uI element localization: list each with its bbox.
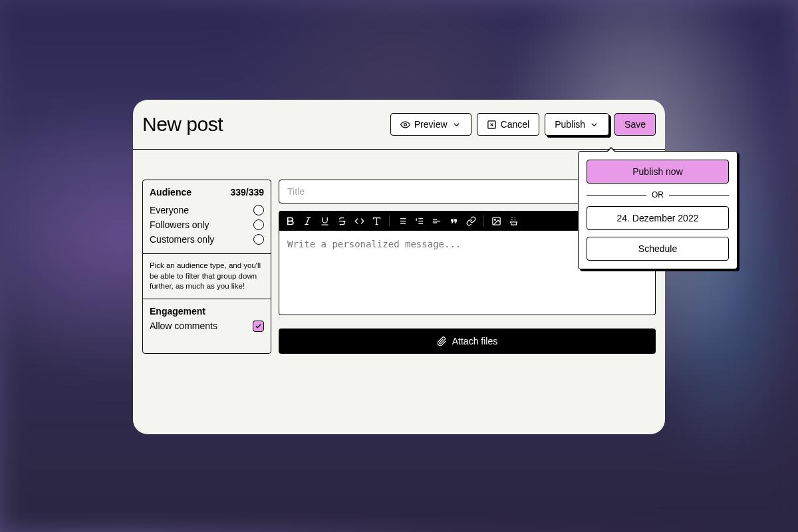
chevron-down-icon [452, 120, 462, 130]
publish-button[interactable]: Publish [545, 113, 609, 136]
option-label: Customers only [150, 234, 214, 245]
engagement-title: Engagement [150, 306, 264, 317]
header: New post Preview Cancel Publish Save [133, 100, 665, 150]
dropdown-or-divider: OR [587, 190, 729, 200]
publish-dropdown: Publish now OR 24. Dezember 2022 Schedul… [578, 151, 737, 269]
code-icon[interactable] [354, 216, 364, 226]
radio-icon [253, 219, 264, 230]
attach-label: Attach files [452, 336, 497, 346]
allow-comments-row[interactable]: Allow comments [150, 317, 264, 332]
x-square-icon [487, 120, 497, 130]
schedule-button[interactable]: Schedule [587, 237, 729, 261]
save-label: Save [624, 119, 646, 130]
italic-icon[interactable] [303, 216, 313, 226]
attach-files-button[interactable]: Attach files [279, 329, 656, 354]
allow-comments-label: Allow comments [150, 321, 217, 331]
preview-label: Preview [414, 119, 448, 130]
save-button[interactable]: Save [614, 113, 656, 136]
strikethrough-icon[interactable] [337, 216, 347, 226]
or-label: OR [652, 190, 664, 200]
sidebar: Audience 339/339 Everyone Followers only… [142, 180, 271, 354]
underline-icon[interactable] [320, 216, 330, 226]
page-title: New post [142, 113, 223, 136]
audience-count: 339/339 [230, 187, 264, 198]
audience-section: Audience 339/339 Everyone Followers only… [143, 180, 271, 254]
header-actions: Preview Cancel Publish Save [390, 113, 656, 136]
publish-label: Publish [555, 119, 585, 130]
svg-point-0 [404, 123, 406, 126]
publish-now-button[interactable]: Publish now [587, 160, 729, 184]
numbered-list-icon[interactable] [414, 216, 424, 226]
cancel-button[interactable]: Cancel [477, 113, 540, 136]
chevron-down-icon [589, 120, 599, 130]
radio-icon [253, 205, 264, 215]
hint-section: Pick an audience type, and you'll be abl… [143, 254, 271, 299]
svg-point-24 [494, 219, 495, 220]
toolbar-divider [483, 215, 484, 226]
toolbar-divider [389, 215, 390, 226]
audience-option-followers[interactable]: Followers only [150, 217, 264, 232]
audience-hint: Pick an audience type, and you'll be abl… [150, 261, 264, 292]
option-label: Followers only [150, 219, 209, 230]
engagement-section: Engagement Allow comments [143, 299, 271, 338]
hr-icon[interactable] [432, 216, 442, 226]
cancel-label: Cancel [501, 119, 530, 130]
bold-icon[interactable] [285, 216, 295, 226]
schedule-date-field[interactable]: 24. Dezember 2022 [587, 206, 729, 230]
svg-line-6 [307, 217, 309, 224]
audience-title: Audience [150, 187, 192, 198]
paperclip-icon [437, 336, 447, 346]
checkbox-checked-icon [253, 321, 264, 332]
image-icon[interactable] [491, 216, 501, 226]
quote-icon[interactable] [449, 216, 459, 226]
magic-icon[interactable] [509, 216, 519, 226]
bullet-list-icon[interactable] [397, 216, 407, 226]
eye-icon [400, 120, 410, 130]
preview-button[interactable]: Preview [390, 113, 471, 136]
audience-option-customers[interactable]: Customers only [150, 232, 264, 247]
link-icon[interactable] [466, 216, 476, 226]
radio-icon [253, 234, 264, 245]
text-size-icon[interactable] [372, 216, 382, 226]
option-label: Everyone [150, 205, 189, 215]
audience-option-everyone[interactable]: Everyone [150, 203, 264, 217]
